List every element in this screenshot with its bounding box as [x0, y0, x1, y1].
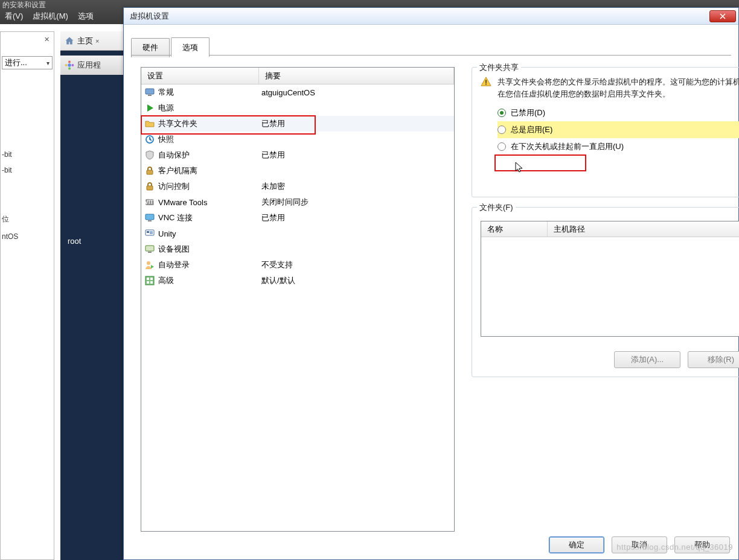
svg-point-19: [147, 261, 150, 265]
settings-row-快照[interactable]: 快照: [141, 132, 454, 147]
svg-point-2: [68, 67, 71, 69]
window-title-fragment: 的安装和设置: [0, 0, 46, 8]
folders-col-name: 名称: [481, 221, 548, 237]
svg-rect-5: [146, 89, 154, 94]
library-item[interactable]: -bit: [2, 166, 12, 174]
settings-row-VMware Tools[interactable]: vmVMware Tools关闭时间同步: [141, 194, 454, 210]
settings-row-Unity[interactable]: Unity: [141, 226, 454, 241]
library-filter[interactable]: 进行... ▾: [2, 56, 53, 69]
radio-disabled[interactable]: 已禁用(D): [497, 104, 739, 121]
add-folder-button[interactable]: 添加(A)...: [614, 351, 680, 368]
vmt-icon: vm: [145, 197, 155, 207]
settings-row-label: VMware Tools: [158, 198, 207, 207]
svg-point-3: [65, 64, 68, 66]
settings-row-label: 自动登录: [158, 259, 190, 270]
radio-disabled-label: 已禁用(D): [511, 107, 545, 118]
settings-row-访问控制[interactable]: 访问控制未加密: [141, 179, 454, 194]
warning-icon: [481, 76, 491, 87]
close-button[interactable]: [709, 10, 736, 22]
settings-row-客户机隔离[interactable]: 客户机隔离: [141, 163, 454, 179]
svg-rect-13: [148, 220, 152, 221]
svg-text:vm: vm: [145, 197, 155, 206]
ok-button[interactable]: 确定: [549, 536, 604, 553]
settings-row-summary: 已禁用: [259, 118, 454, 129]
locknet-icon: [145, 166, 155, 176]
monitor-icon: [145, 88, 155, 97]
settings-row-label: 快照: [158, 134, 174, 145]
vm-console-strip: 主页 × 应用程 root: [60, 31, 123, 560]
settings-row-label: 自动保护: [158, 150, 190, 161]
svg-rect-24: [150, 281, 153, 284]
settings-row-summary: 未加密: [259, 181, 454, 192]
group-folder-sharing-title: 文件夹共享: [477, 62, 521, 73]
settings-row-label: VNC 连接: [158, 212, 193, 223]
library-item[interactable]: -bit: [2, 150, 12, 159]
group-folder-sharing: 文件夹共享 共享文件夹会将您的文件显示给虚拟机中的程序。这可能为您的计算机和数据…: [472, 67, 739, 197]
svg-rect-21: [147, 278, 149, 280]
menu-view[interactable]: 看(V): [1, 10, 27, 23]
settings-row-summary: 关闭时间同步: [259, 197, 454, 208]
settings-row-设备视图[interactable]: 设备视图: [141, 241, 454, 257]
settings-row-summary: atguiguCentOS: [259, 88, 454, 97]
svg-point-1: [68, 61, 71, 63]
chevron-down-icon: ▾: [46, 60, 50, 66]
devview-icon: [145, 244, 155, 254]
close-icon: [719, 13, 726, 19]
help-button[interactable]: 帮助: [674, 536, 730, 553]
svg-rect-22: [150, 278, 153, 280]
svg-rect-26: [485, 84, 487, 85]
vnc-icon: [145, 213, 155, 223]
svg-point-0: [68, 63, 71, 66]
group-folders-title: 文件夹(F): [477, 202, 516, 213]
folder-icon: [145, 119, 155, 129]
guest-appbar-label: 应用程: [77, 60, 101, 71]
home-tab[interactable]: 主页: [77, 36, 93, 46]
settings-row-summary: 已禁用: [259, 150, 454, 161]
svg-rect-18: [148, 252, 152, 253]
settings-row-自动登录[interactable]: 自动登录不受支持: [141, 257, 454, 273]
settings-row-电源[interactable]: 电源: [141, 100, 454, 116]
dialog-titlebar: 虚拟机设置: [124, 8, 738, 25]
folder-sharing-warning: 共享文件夹会将您的文件显示给虚拟机中的程序。这可能为您的计算机和数据带来风险。请…: [497, 76, 739, 100]
library-item[interactable]: ntOS: [2, 232, 18, 241]
settings-row-共享文件夹[interactable]: 共享文件夹已禁用: [141, 116, 454, 132]
radio-icon: [497, 142, 506, 151]
unity-icon: [145, 229, 155, 238]
apps-icon: [64, 60, 75, 71]
remove-folder-button[interactable]: 移除(R): [688, 351, 739, 368]
settings-row-高级[interactable]: 高级默认/默认: [141, 273, 454, 288]
radio-until-label: 在下次关机或挂起前一直启用(U): [511, 141, 624, 152]
settings-row-VNC 连接[interactable]: VNC 连接已禁用: [141, 210, 454, 226]
svg-rect-9: [147, 186, 153, 190]
guest-appbar: 应用程: [60, 56, 123, 75]
svg-rect-17: [146, 246, 154, 251]
settings-row-summary: 不受支持: [259, 259, 454, 270]
settings-row-label: 高级: [158, 275, 174, 286]
shield-icon: [145, 150, 155, 160]
settings-row-常规[interactable]: 常规atguiguCentOS: [141, 84, 454, 100]
camera-icon: [145, 135, 155, 144]
svg-rect-6: [148, 95, 152, 96]
col-setting: 设置: [141, 68, 259, 84]
cancel-button[interactable]: 取消: [612, 536, 667, 553]
settings-row-label: 客户机隔离: [158, 165, 197, 176]
menu-options[interactable]: 选项: [74, 10, 97, 23]
menu-vm[interactable]: 虚拟机(M): [29, 10, 72, 23]
guest-desktop-label: root: [68, 237, 81, 246]
folders-col-path: 主机路径: [548, 221, 739, 237]
settings-row-label: 共享文件夹: [158, 118, 197, 129]
tab-options[interactable]: 选项: [171, 37, 210, 57]
settings-row-summary: 已禁用: [259, 212, 454, 223]
close-icon[interactable]: ✕: [44, 34, 51, 42]
radio-until-poweroff[interactable]: 在下次关机或挂起前一直启用(U): [497, 138, 739, 155]
svg-rect-25: [485, 80, 487, 83]
close-icon[interactable]: ×: [95, 37, 99, 45]
svg-rect-8: [147, 170, 153, 174]
settings-row-自动保护[interactable]: 自动保护已禁用: [141, 147, 454, 163]
radio-always-enabled[interactable]: 总是启用(E): [497, 121, 739, 138]
library-item[interactable]: 位: [2, 214, 9, 224]
radio-icon: [497, 109, 506, 117]
advanced-icon: [145, 276, 155, 285]
home-icon: [64, 36, 75, 46]
svg-rect-16: [150, 231, 153, 234]
